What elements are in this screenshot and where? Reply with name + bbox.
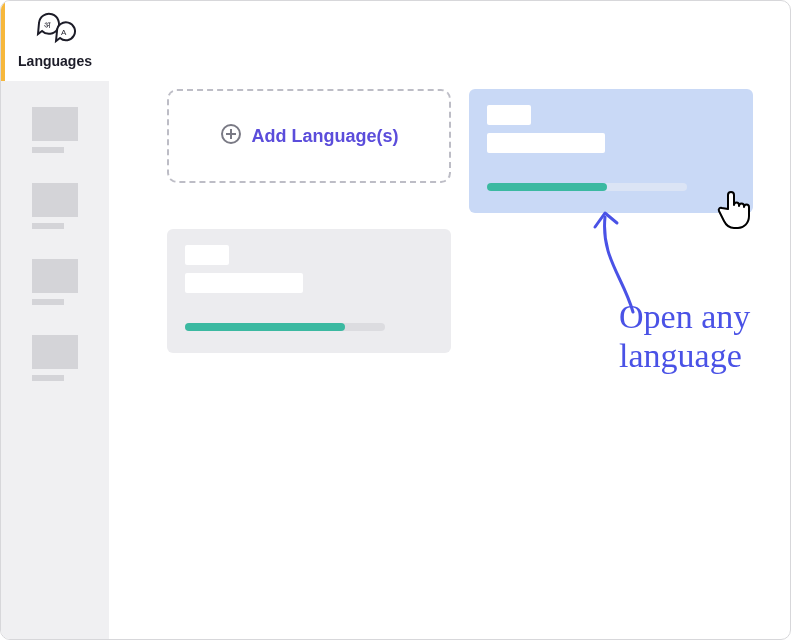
placeholder-name: [185, 273, 303, 293]
placeholder-label: [32, 147, 64, 153]
placeholder-name: [487, 133, 605, 153]
sidebar: [1, 1, 109, 639]
placeholder-label: [32, 299, 64, 305]
content-area: Add Language(s) Open any language: [109, 1, 790, 639]
placeholder-icon: [32, 107, 78, 141]
placeholder-label: [32, 375, 64, 381]
placeholder-icon: [32, 183, 78, 217]
add-language-card[interactable]: Add Language(s): [167, 89, 451, 183]
sidebar-item[interactable]: [32, 107, 78, 153]
arrow-annotation-icon: [583, 207, 653, 321]
language-card-highlighted[interactable]: [469, 89, 753, 213]
plus-circle-icon: [220, 123, 242, 149]
placeholder-flag: [185, 245, 229, 265]
sidebar-item[interactable]: [32, 183, 78, 229]
progress-fill: [487, 183, 607, 191]
placeholder-icon: [32, 259, 78, 293]
tab-indicator: [1, 1, 5, 81]
sidebar-item[interactable]: [32, 259, 78, 305]
languages-icon: अ A: [33, 31, 77, 48]
placeholder-flag: [487, 105, 531, 125]
placeholder-label: [32, 223, 64, 229]
language-card[interactable]: [167, 229, 451, 353]
progress-fill: [185, 323, 345, 331]
svg-text:अ: अ: [44, 20, 51, 30]
placeholder-icon: [32, 335, 78, 369]
cursor-pointer-icon: [715, 187, 755, 235]
svg-text:A: A: [61, 28, 67, 37]
tab-label: Languages: [1, 53, 109, 69]
sidebar-item[interactable]: [32, 335, 78, 381]
add-language-label: Add Language(s): [252, 126, 399, 147]
tab-languages[interactable]: अ A Languages: [1, 1, 109, 81]
app-frame: अ A Languages Add Language(s): [0, 0, 791, 640]
